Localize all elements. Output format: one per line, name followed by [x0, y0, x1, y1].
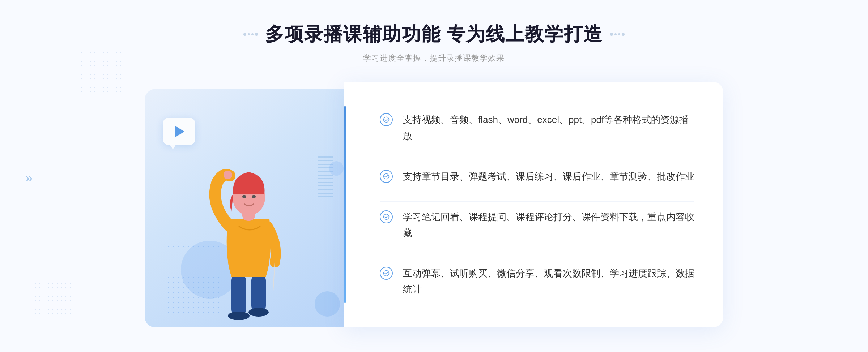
svg-rect-0 — [231, 273, 246, 317]
svg-point-10 — [384, 117, 389, 123]
svg-point-12 — [384, 214, 389, 219]
chevron-left-deco: » — [25, 171, 33, 186]
title-row: 多项录播课辅助功能 专为线上教学打造 — [243, 22, 625, 47]
feature-item-4: 互动弹幕、试听购买、微信分享、观看次数限制、学习进度跟踪、数据统计 — [380, 258, 694, 304]
check-icon-3 — [380, 210, 393, 223]
check-icon-1 — [380, 113, 393, 126]
svg-point-9 — [224, 171, 232, 179]
play-triangle-icon — [175, 126, 184, 137]
circle-deco-tiny — [329, 161, 344, 176]
feature-text-2: 支持章节目录、弹题考试、课后练习、课后作业、章节测验、批改作业 — [403, 168, 694, 184]
features-panel: 支持视频、音频、flash、word、excel、ppt、pdf等各种格式的资源… — [344, 82, 723, 327]
svg-point-8 — [252, 195, 256, 198]
person-figure — [195, 147, 304, 327]
feature-text-3: 学习笔记回看、课程提问、课程评论打分、课件资料下载，重点内容收藏 — [403, 209, 694, 241]
feature-item-2: 支持章节目录、弹题考试、课后练习、课后作业、章节测验、批改作业 — [380, 161, 694, 192]
header-section: 多项录播课辅助功能 专为线上教学打造 学习进度全掌握，提升录播课教学效果 — [243, 22, 625, 64]
svg-point-7 — [242, 195, 246, 198]
check-icon-2 — [380, 170, 393, 183]
svg-point-2 — [228, 312, 250, 320]
svg-rect-1 — [251, 273, 266, 313]
dot-grid-top-left — [80, 51, 123, 94]
svg-point-3 — [248, 308, 269, 317]
dot-grid-bottom-left — [29, 277, 72, 320]
feature-text-1: 支持视频、音频、flash、word、excel、ppt、pdf等各种格式的资源… — [403, 112, 694, 143]
speech-bubble — [163, 118, 195, 145]
circle-deco-small — [315, 291, 340, 317]
main-title: 多项录播课辅助功能 专为线上教学打造 — [265, 22, 603, 47]
svg-point-13 — [384, 271, 389, 276]
sub-title: 学习进度全掌握，提升录播课教学效果 — [243, 53, 625, 64]
page-wrapper: » 多项录播课辅助功能 专为线上教学打造 学习进度全掌握，提升录播课教学效果 — [0, 0, 868, 352]
check-icon-4 — [380, 267, 393, 280]
title-deco-right — [610, 33, 625, 36]
blue-bar-deco — [344, 106, 346, 303]
illustration-panel — [145, 82, 354, 327]
feature-text-4: 互动弹幕、试听购买、微信分享、观看次数限制、学习进度跟踪、数据统计 — [403, 265, 694, 297]
content-area: 支持视频、音频、flash、word、excel、ppt、pdf等各种格式的资源… — [145, 82, 723, 327]
svg-point-11 — [384, 173, 389, 179]
illus-background — [145, 89, 354, 327]
feature-item-1: 支持视频、音频、flash、word、excel、ppt、pdf等各种格式的资源… — [380, 104, 694, 151]
feature-item-3: 学习笔记回看、课程提问、课程评论打分、课件资料下载，重点内容收藏 — [380, 201, 694, 248]
title-deco-left — [243, 33, 258, 36]
stripe-deco — [318, 154, 333, 197]
play-icon-container — [163, 118, 195, 145]
